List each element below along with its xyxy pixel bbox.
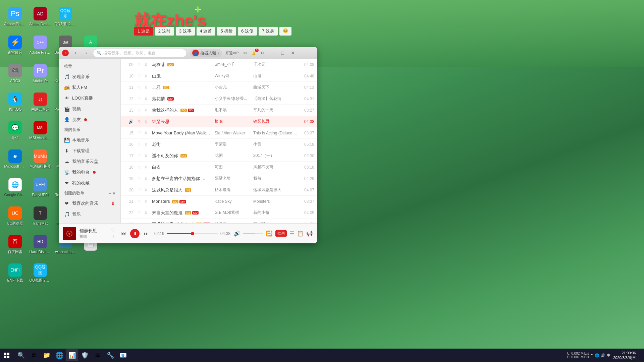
heart-icon[interactable]: ♡ (137, 85, 142, 90)
heart-icon[interactable]: ♡ (137, 62, 142, 67)
volume-taskbar-icon[interactable]: 🔊 (601, 353, 605, 358)
sidebar-item-look[interactable]: 👁 LOOK直播 (59, 93, 120, 104)
track-row[interactable]: 21 ♡ ⬇ Monsters SQMV Katie Sky Monsters … (121, 196, 317, 207)
vip-button[interactable]: 开通VIP (224, 50, 240, 56)
desktop-icon-qq-screenshot[interactable]: QQ截图 QQ截图 20200307... (54, 3, 77, 30)
nav-item-1[interactable]: 1 这是 (134, 27, 153, 36)
track-row[interactable]: 09 ♡ ⬇ 乌衣巷 SQ Smile_小千 千次元 04:08 (121, 59, 317, 70)
taskbar-powerpoint[interactable]: 📊 (66, 349, 78, 361)
search-container[interactable]: 🔍 搜索音乐、视频、歌词、电台 (93, 49, 187, 57)
desktop-icon-photoshop[interactable]: Ps Adobe Photoshop... (3, 3, 27, 30)
heart-icon[interactable]: ♡ (137, 165, 142, 170)
track-row[interactable]: 15 ♡ ⬇ Move Your Body (Alan Walker Remix… (121, 127, 317, 139)
volume-icon[interactable]: 🔊 (234, 230, 240, 237)
desktop-icon-altium[interactable]: AD Altium Designer (29, 3, 52, 30)
track-row-playing[interactable]: 🔊 ♡ ⬇ 锦瑟长思 根临 锦瑟长思 04:38 (121, 116, 317, 127)
heart-icon[interactable]: ♡ (137, 154, 142, 158)
settings-icon[interactable]: ⚙ (259, 50, 265, 56)
sidebar-item-video[interactable]: 🎬 视频 (59, 104, 120, 114)
desktop-icon-xunlei[interactable]: ⚡ 迅雷影音 (3, 32, 27, 59)
track-row[interactable]: 20 ♡ ⬇ 这城风总是很大 SQ 枯木逢春 这城风总是很大 04:07 (121, 184, 317, 196)
desktop-icon-harddisk[interactable]: HD Hard Disk Sentinel (29, 231, 52, 258)
heart-icon[interactable]: ♡ (137, 131, 142, 135)
queue-icon[interactable]: ☰ (289, 230, 294, 237)
heart-icon[interactable]: ♡ (137, 210, 142, 215)
sidebar-item-cloud[interactable]: ☁ 我的音乐云盘 (59, 156, 120, 167)
download-icon[interactable]: ⬇ (143, 210, 149, 215)
nav-item-5[interactable]: 5 折射 (217, 27, 236, 36)
show-desktop[interactable] (639, 349, 641, 362)
track-row[interactable]: 22 ♡ ⬇ 来自天堂的魔鬼 SQMV G.E.M.邓紫棋 新的小瓶 04:05 (121, 207, 317, 219)
clock[interactable]: 21:09:36 2020/3/8/周日 (613, 351, 636, 360)
desktop-icon-edge[interactable]: e Microsoft Edge (3, 146, 27, 173)
taskbar-file-explorer[interactable]: 📁 (41, 349, 53, 361)
desktop-icon-wymusic[interactable]: ♫ 网易云音乐 (29, 89, 52, 116)
favorites-download-icon[interactable]: ⬇ (111, 201, 115, 206)
desktop-icon-qq[interactable]: 🐧 腾讯QQ (3, 89, 27, 116)
progress-bar[interactable] (167, 233, 218, 234)
prev-button[interactable]: ⏮ (119, 229, 128, 238)
taskbar-extra2[interactable]: 📧 (117, 349, 129, 361)
volume-slider[interactable] (243, 233, 263, 234)
desktop-icon-arc[interactable]: 🎮 ARC0 (3, 60, 27, 87)
desktop-icon-mumu[interactable]: MuMu MuMu模拟器 (29, 146, 52, 173)
heart-icon[interactable]: ♡ (137, 119, 142, 124)
sidebar-item-fm[interactable]: 📻 私人FM (59, 82, 120, 93)
track-row[interactable]: 11 ♡ ⬇ 上邪 SQ 小曲儿 曲域天下 04:13 (121, 82, 317, 93)
nav-item-4[interactable]: 4 这首 (197, 27, 216, 36)
nav-item-3[interactable]: 3 这事 (176, 27, 195, 36)
desktop-icon-msi[interactable]: MSI MSI Afterburner (29, 117, 52, 144)
taskbar-chrome[interactable]: 🌐 (53, 349, 65, 361)
track-row[interactable]: 16 ♡ ⬇ 老街 李荣浩 小黄 05:18 (121, 139, 317, 150)
desktop-icon-uc[interactable]: UC UC浏览器 (3, 203, 27, 230)
taskbar-mail[interactable]: ✉ (92, 349, 104, 361)
track-row[interactable]: 23 ♡ ⬇ 可惜没如果 (If Only...) SQMV 林俊杰 新地球 0… (121, 219, 317, 223)
mail-icon[interactable]: ✉ (242, 50, 248, 56)
network-icon[interactable]: 🌐 (595, 353, 599, 358)
taskbar-task-view[interactable]: ⧉ (28, 349, 40, 361)
playlist-expand-icon[interactable]: ▾ (113, 191, 115, 196)
desktop-icon-chrome[interactable]: 🌐 Google Chrome (3, 174, 27, 201)
taskbar-defender[interactable]: 🛡️ (79, 349, 91, 361)
desktop-icon-qq-screenshot2[interactable]: QQ截图 QQ截图 20200307... (29, 260, 52, 287)
download-icon[interactable]: ⬇ (143, 154, 149, 158)
more-icon[interactable]: 📋 (297, 230, 304, 237)
heart-icon[interactable]: ♡ (137, 74, 142, 78)
pause-button[interactable]: ⏸ (130, 229, 140, 238)
desktop-icon-pr[interactable]: Pr Adobe Pr (29, 60, 52, 87)
nav-item-emoji[interactable]: 😊 (279, 27, 291, 36)
minimize-button[interactable]: ─ (268, 48, 277, 58)
sidebar-item-friends[interactable]: 👤 朋友 (59, 114, 120, 125)
sidebar-item-favorites[interactable]: ❤ 我喜欢的音乐 ⬇ (59, 198, 120, 209)
heart-icon[interactable]: ♡ (137, 199, 142, 204)
heart-icon[interactable]: ♡ (137, 188, 142, 192)
desktop-icon-wechat[interactable]: 💬 微信 (3, 117, 27, 144)
heart-icon[interactable]: ♡ (137, 176, 142, 181)
download-icon[interactable]: ⬇ (143, 222, 149, 224)
taskbar-extra1[interactable]: 🔧 (104, 349, 116, 361)
maximize-button[interactable]: □ (278, 48, 287, 58)
like-icon[interactable]: ♡ (111, 228, 115, 233)
sidebar-item-music[interactable]: 🎵 音乐 (59, 209, 120, 220)
download-icon[interactable]: ⬇ (143, 165, 149, 170)
track-row[interactable]: 10 ♡ ⬇ 山鬼 Winky诗 山鬼 04:48 (121, 70, 317, 82)
desktop-icon-freecpp[interactable]: C++ Adobe Free C++ (29, 32, 52, 59)
nav-item-6[interactable]: 6 这使 (238, 27, 257, 36)
start-button[interactable] (0, 349, 13, 362)
heart-icon[interactable]: ♡ (137, 97, 142, 101)
desktop-icon-easybcd[interactable]: UEFI EasyUEFI (29, 174, 52, 201)
user-profile[interactable]: 👤 拾器入猪 ▾ (190, 49, 222, 57)
track-row[interactable]: 12 ♡ ⬇ 落花情 MV 小义学长/李妙香... 【两汉】落花情 04:31 (121, 93, 317, 105)
track-row[interactable]: 17 ♡ ⬇ 遥不可及的你 SQ 花粥 2017（一） 02:30 (121, 150, 317, 162)
desktop-icon-enfi[interactable]: ENFI ENFI下载 (3, 260, 27, 287)
desktop-icon-baidu[interactable]: 百 百度网盘 (3, 231, 27, 258)
heart-icon[interactable]: ♡ (137, 222, 142, 224)
download-icon[interactable]: ⬇ (143, 142, 149, 147)
sidebar-item-radio[interactable]: 📡 我的电台 (59, 167, 120, 178)
sidebar-item-discover[interactable]: 🎵 发现音乐 (59, 71, 120, 82)
sidebar-item-local[interactable]: 💾 本地音乐 (59, 135, 120, 145)
sidebar-item-download[interactable]: ⬇ 下载管理 (59, 145, 120, 156)
desktop-icon-transmac[interactable]: T TransMac (29, 203, 52, 230)
ime-icon[interactable]: 中 (607, 353, 610, 358)
next-button[interactable]: ⏭ (142, 229, 151, 238)
